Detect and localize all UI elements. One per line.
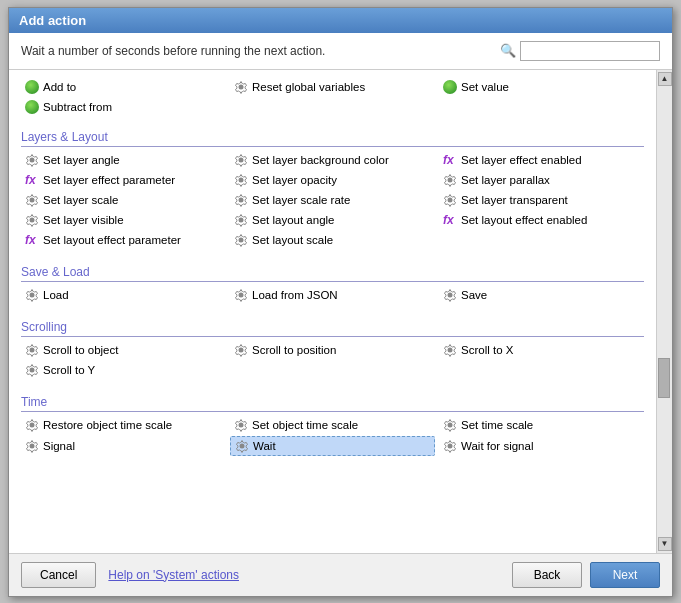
back-button[interactable]: Back: [512, 562, 582, 588]
gear-icon: [25, 213, 39, 227]
list-item[interactable]: fx Set layer effect parameter: [21, 171, 226, 189]
gear-icon: [234, 193, 248, 207]
list-item[interactable]: Reset global variables: [230, 78, 435, 96]
gear-icon: [25, 153, 39, 167]
gear-icon: [25, 288, 39, 302]
list-item[interactable]: Set layer visible: [21, 211, 226, 229]
globe-icon: [443, 80, 457, 94]
category-header: Layers & Layout: [21, 124, 644, 147]
list-item[interactable]: fx Set layout effect enabled: [439, 211, 644, 229]
list-item[interactable]: Load: [21, 286, 226, 304]
list-item[interactable]: Load from JSON: [230, 286, 435, 304]
list-item[interactable]: Set layer background color: [230, 151, 435, 169]
gear-icon: [443, 288, 457, 302]
list-item[interactable]: Set layer angle: [21, 151, 226, 169]
svg-point-18: [30, 422, 35, 427]
list-item[interactable]: Signal: [21, 436, 226, 456]
svg-point-1: [30, 157, 35, 162]
list-item[interactable]: Add to: [21, 78, 226, 96]
gear-icon: [234, 418, 248, 432]
cancel-button[interactable]: Cancel: [21, 562, 96, 588]
svg-point-13: [448, 292, 453, 297]
next-button[interactable]: Next: [590, 562, 660, 588]
category-items-grid: Restore object time scale Set object tim…: [21, 416, 644, 456]
gear-icon: [25, 343, 39, 357]
category-time: Time Restore object time scale Set objec…: [21, 389, 644, 456]
footer: Cancel Help on 'System' actions Back Nex…: [9, 553, 672, 596]
fx-icon: fx: [443, 213, 457, 227]
category-items-grid: Set layer angle Set layer background col…: [21, 151, 644, 249]
list-item[interactable]: Set layout angle: [230, 211, 435, 229]
gear-icon: [234, 288, 248, 302]
svg-point-7: [448, 197, 453, 202]
svg-point-14: [30, 347, 35, 352]
fx-icon: fx: [25, 233, 39, 247]
category-layers-layout: Layers & Layout Set layer angle Set laye…: [21, 124, 644, 249]
list-item[interactable]: Set layer scale rate: [230, 191, 435, 209]
list-panel: Add to Reset global variables Set value …: [9, 70, 656, 553]
scrollbar[interactable]: ▲ ▼: [656, 70, 672, 553]
description-bar: Wait a number of seconds before running …: [9, 33, 672, 70]
description-text: Wait a number of seconds before running …: [21, 44, 325, 58]
gear-icon: [234, 213, 248, 227]
list-item[interactable]: Set value: [439, 78, 644, 96]
top-items-section: Add to Reset global variables Set value …: [21, 78, 644, 116]
gear-icon: [443, 343, 457, 357]
gear-icon: [443, 193, 457, 207]
svg-point-8: [30, 217, 35, 222]
category-items-grid: Scroll to object Scroll to position Scro…: [21, 341, 644, 379]
gear-icon: [25, 363, 39, 377]
scroll-up-button[interactable]: ▲: [658, 72, 672, 86]
list-item[interactable]: Set layer parallax: [439, 171, 644, 189]
list-item[interactable]: Save: [439, 286, 644, 304]
list-item[interactable]: Set layout scale: [230, 231, 435, 249]
globe-icon: [25, 80, 39, 94]
gear-icon: [443, 439, 457, 453]
list-item[interactable]: fx Set layout effect parameter: [21, 231, 226, 249]
gear-icon: [443, 418, 457, 432]
list-item-selected[interactable]: Wait: [230, 436, 435, 456]
list-item[interactable]: Set object time scale: [230, 416, 435, 434]
list-item[interactable]: Subtract from: [21, 98, 226, 116]
globe-icon: [25, 100, 39, 114]
footer-left: Cancel Help on 'System' actions: [21, 562, 239, 588]
category-header: Time: [21, 389, 644, 412]
add-action-dialog: Add action Wait a number of seconds befo…: [8, 7, 673, 597]
svg-point-4: [448, 177, 453, 182]
list-item[interactable]: Scroll to Y: [21, 361, 226, 379]
svg-point-3: [239, 177, 244, 182]
list-item[interactable]: Restore object time scale: [21, 416, 226, 434]
gear-icon: [234, 233, 248, 247]
category-header: Save & Load: [21, 259, 644, 282]
list-item[interactable]: fx Set layer effect enabled: [439, 151, 644, 169]
list-item[interactable]: Scroll to position: [230, 341, 435, 359]
content-area: Add to Reset global variables Set value …: [9, 70, 672, 553]
scroll-thumb[interactable]: [658, 358, 670, 398]
category-save-load: Save & Load Load Load from JSON Save: [21, 259, 644, 304]
list-item[interactable]: Wait for signal: [439, 436, 644, 456]
scroll-down-button[interactable]: ▼: [658, 537, 672, 551]
svg-point-5: [30, 197, 35, 202]
category-header: Scrolling: [21, 314, 644, 337]
list-item[interactable]: Set layer scale: [21, 191, 226, 209]
gear-icon: [235, 439, 249, 453]
list-item[interactable]: Set time scale: [439, 416, 644, 434]
svg-point-9: [239, 217, 244, 222]
svg-point-6: [239, 197, 244, 202]
svg-point-0: [239, 84, 244, 89]
help-link[interactable]: Help on 'System' actions: [108, 568, 239, 582]
gear-icon: [25, 193, 39, 207]
svg-point-21: [30, 443, 35, 448]
fx-icon: fx: [443, 153, 457, 167]
list-item[interactable]: Set layer opacity: [230, 171, 435, 189]
svg-point-19: [239, 422, 244, 427]
category-items-grid: Load Load from JSON Save: [21, 286, 644, 304]
svg-point-15: [239, 347, 244, 352]
svg-point-22: [240, 443, 245, 448]
list-item[interactable]: Set layer transparent: [439, 191, 644, 209]
list-item[interactable]: Scroll to object: [21, 341, 226, 359]
search-input[interactable]: [520, 41, 660, 61]
gear-icon: [25, 439, 39, 453]
list-item[interactable]: Scroll to X: [439, 341, 644, 359]
footer-right: Back Next: [512, 562, 660, 588]
